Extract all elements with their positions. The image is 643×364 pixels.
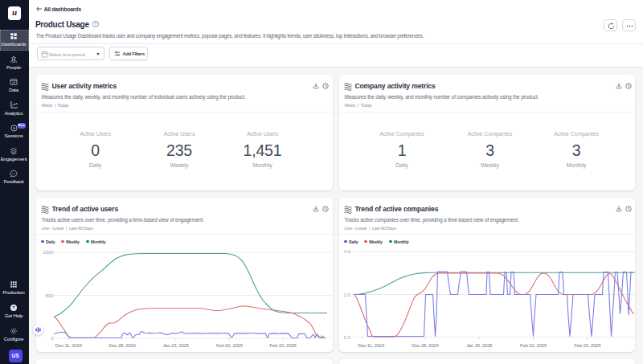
- svg-text:2.0: 2.0: [343, 292, 350, 297]
- svg-text:Feb 20, 2025: Feb 20, 2025: [269, 343, 297, 348]
- svg-text:Feb 02, 2025: Feb 02, 2025: [520, 343, 547, 348]
- svg-text:Dec 28, 2024: Dec 28, 2024: [412, 343, 439, 348]
- svg-text:800: 800: [45, 293, 54, 298]
- svg-text:4.0: 4.0: [343, 249, 350, 254]
- svg-text:Jan 15, 2025: Jan 15, 2025: [466, 343, 493, 348]
- svg-text:Dec 11, 2024: Dec 11, 2024: [55, 343, 82, 348]
- svg-text:Feb 02, 2025: Feb 02, 2025: [215, 343, 243, 348]
- svg-text:Jan 15, 2025: Jan 15, 2025: [162, 343, 189, 348]
- svg-text:Dec 28, 2024: Dec 28, 2024: [109, 343, 136, 348]
- svg-text:0.0: 0.0: [343, 335, 350, 340]
- svg-text:0: 0: [51, 336, 54, 341]
- svg-text:1600: 1600: [43, 250, 54, 255]
- svg-text:Feb 20, 2025: Feb 20, 2025: [574, 343, 601, 348]
- svg-text:Dec 11, 2024: Dec 11, 2024: [358, 343, 385, 348]
